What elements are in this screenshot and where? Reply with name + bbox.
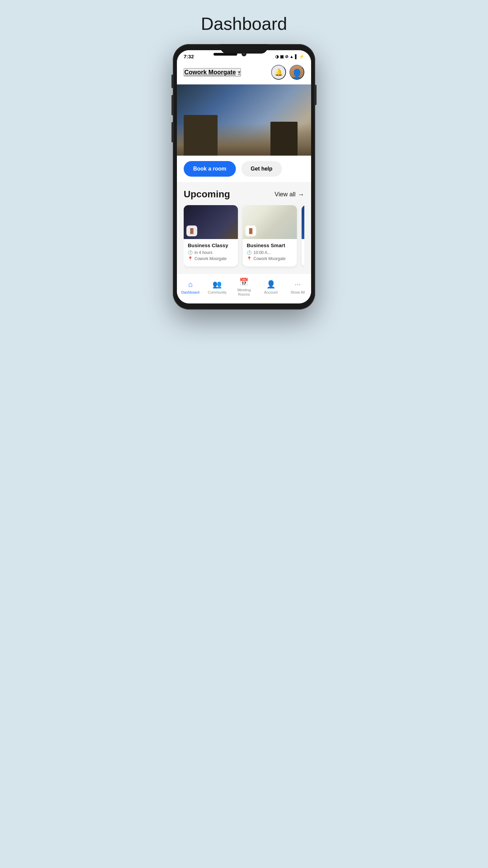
home-icon: ⌂ xyxy=(188,280,192,289)
nav-label-dashboard: Dashboard xyxy=(181,290,200,295)
user-avatar-button[interactable] xyxy=(289,65,304,80)
nav-item-community[interactable]: 👥 Community xyxy=(207,280,227,295)
room-card-info: Coz... 🕐 A... 📍 C... xyxy=(302,239,304,267)
nav-item-dashboard[interactable]: ⌂ Dashboard xyxy=(180,280,201,295)
notification-bell-button[interactable]: 🔔 xyxy=(271,65,286,80)
upcoming-title: Upcoming xyxy=(184,189,230,200)
location-name: Cowork Moorgate xyxy=(184,69,236,76)
pin-icon: 📍 xyxy=(247,256,252,261)
room-type-badge: 🚪 xyxy=(186,225,197,236)
view-all-button[interactable]: View all → xyxy=(274,191,304,198)
list-item[interactable]: 🚪 Coz... 🕐 A... 📍 C... xyxy=(302,205,304,267)
status-time: 7:32 xyxy=(184,54,194,59)
power-button xyxy=(315,85,317,105)
hero-building-image xyxy=(177,84,311,156)
account-icon: 👤 xyxy=(266,280,276,289)
volume-up-button xyxy=(171,95,173,115)
nav-label-community: Community xyxy=(208,290,227,295)
room-name: Business Classy xyxy=(188,242,234,248)
page-title: Dashboard xyxy=(201,14,287,34)
get-help-button[interactable]: Get help xyxy=(241,161,282,177)
room-location-value: Cowork Moorgate xyxy=(195,256,227,261)
bell-icon: 🔔 xyxy=(274,68,283,76)
community-icon: 👥 xyxy=(212,280,222,289)
header-icons: 🔔 xyxy=(271,65,304,80)
room-image-dark: 🚪 xyxy=(184,205,238,239)
mute-button xyxy=(171,75,173,88)
nav-label-meeting-rooms: MeetingRooms xyxy=(237,288,250,297)
list-item[interactable]: 🚪 Business Smart 🕐 10:00 A... 📍 C xyxy=(243,205,297,267)
phone-screen: 7:32 ◑ ▣ ⊘ ▲ ▌ ⚡ Cowork Moorgate ▾ xyxy=(177,50,311,303)
rooms-scroll-list: 🚪 Business Classy 🕐 in 4 hours 📍 xyxy=(184,205,304,270)
nav-label-show-all: Show All xyxy=(290,290,305,295)
front-camera xyxy=(242,52,246,56)
door-icon: 🚪 xyxy=(247,228,254,234)
storage-icon: ▣ xyxy=(280,54,284,59)
pin-icon: 📍 xyxy=(188,256,193,261)
door-icon: 🚪 xyxy=(188,228,195,234)
app-header: Cowork Moorgate ▾ 🔔 xyxy=(177,61,311,84)
upcoming-section: Upcoming View all → 🚪 xyxy=(177,182,311,273)
clock-icon: 🕐 xyxy=(247,250,252,255)
book-room-button[interactable]: Book a room xyxy=(184,161,236,177)
more-icon: ··· xyxy=(294,280,301,289)
room-time: 🕐 10:00 A... xyxy=(247,250,293,255)
room-name: Business Smart xyxy=(247,242,293,248)
view-all-label: View all xyxy=(274,191,296,198)
clock-icon: 🕐 xyxy=(188,250,193,255)
location-selector[interactable]: Cowork Moorgate ▾ xyxy=(184,68,241,77)
battery-icon: ⚡ xyxy=(299,54,304,59)
list-item[interactable]: 🚪 Business Classy 🕐 in 4 hours 📍 xyxy=(184,205,238,267)
hero-action-buttons: Book a room Get help xyxy=(177,156,311,182)
nav-item-account[interactable]: 👤 Account xyxy=(261,280,281,295)
phone-body: 7:32 ◑ ▣ ⊘ ▲ ▌ ⚡ Cowork Moorgate ▾ xyxy=(173,44,315,310)
room-card-info: Business Smart 🕐 10:00 A... 📍 Cowork Moo… xyxy=(243,239,297,267)
arrow-right-icon: → xyxy=(298,191,304,198)
room-type-badge: 🚪 xyxy=(245,225,256,236)
room-card-info: Business Classy 🕐 in 4 hours 📍 Cowork Mo… xyxy=(184,239,238,267)
room-time-value: 10:00 A... xyxy=(253,250,271,255)
avatar xyxy=(290,65,304,79)
signal-icon: ▌ xyxy=(295,54,298,59)
status-icons: ◑ ▣ ⊘ ▲ ▌ ⚡ xyxy=(275,54,304,59)
room-location-value: Cowork Moorgate xyxy=(253,256,286,261)
phone-frame: 7:32 ◑ ▣ ⊘ ▲ ▌ ⚡ Cowork Moorgate ▾ xyxy=(173,44,315,310)
volume-down-button xyxy=(171,122,173,142)
room-time: 🕐 in 4 hours xyxy=(188,250,234,255)
room-image-blue: 🚪 xyxy=(302,205,304,239)
nav-item-show-all[interactable]: ··· Show All xyxy=(287,280,308,295)
bottom-navigation: ⌂ Dashboard 👥 Community 📅 MeetingRooms 👤… xyxy=(177,273,311,303)
nav-item-meeting-rooms[interactable]: 📅 MeetingRooms xyxy=(234,278,254,297)
upcoming-header: Upcoming View all → xyxy=(184,189,304,200)
sync-icon: ⊘ xyxy=(285,54,288,59)
wifi-icon: ▲ xyxy=(290,54,294,59)
room-location: 📍 Cowork Moorgate xyxy=(188,256,234,261)
earpiece-speaker xyxy=(214,53,237,56)
room-time-value: in 4 hours xyxy=(195,250,212,255)
room-location: 📍 Cowork Moorgate xyxy=(247,256,293,261)
media-icon: ◑ xyxy=(275,54,279,59)
room-image-light: 🚪 xyxy=(243,205,297,239)
chevron-down-icon: ▾ xyxy=(238,70,240,75)
calendar-icon: 📅 xyxy=(239,278,248,287)
nav-label-account: Account xyxy=(264,290,278,295)
building-decoration xyxy=(177,101,311,156)
